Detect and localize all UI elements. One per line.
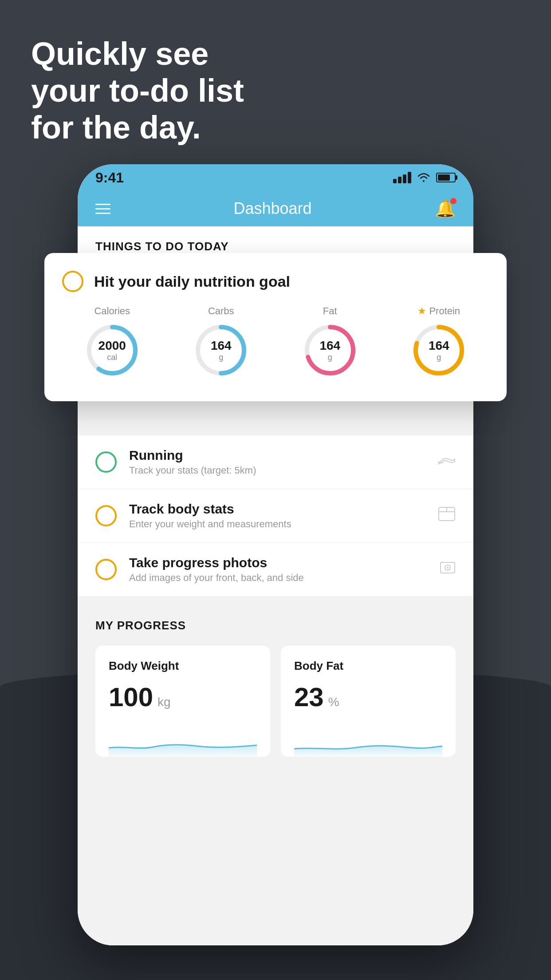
protein-label: Protein (429, 305, 460, 317)
fat-value: 164 (319, 339, 340, 353)
status-bar: 9:41 (78, 164, 473, 191)
progress-card-body-fat[interactable]: Body Fat 23 % (281, 646, 456, 757)
headline-line1: Quickly see (31, 36, 244, 72)
fat-label: Fat (323, 305, 337, 317)
body-weight-value: 100 (109, 682, 153, 712)
calories-value: 2000 (98, 339, 126, 353)
progress-title: MY PROGRESS (95, 619, 456, 632)
todo-item-body-stats[interactable]: Track body stats Enter your weight and m… (78, 489, 473, 543)
metric-fat: Fat 164 g (301, 305, 359, 379)
status-time: 9:41 (95, 170, 124, 186)
body-weight-title: Body Weight (109, 659, 257, 673)
protein-label-row: ★ Protein (417, 305, 460, 317)
todo-checkbox-body-stats[interactable] (95, 505, 117, 526)
shoe-icon (438, 453, 456, 471)
todo-checkbox-running[interactable] (95, 451, 117, 473)
carbs-label: Carbs (208, 305, 234, 317)
todo-checkbox-progress-photos[interactable] (95, 559, 117, 580)
protein-donut: 164 g (410, 321, 468, 379)
metric-calories: Calories 2000 cal (83, 305, 141, 379)
metric-carbs: Carbs 164 g (192, 305, 250, 379)
notification-button[interactable]: 🔔 (435, 199, 456, 218)
fat-donut: 164 g (301, 321, 359, 379)
calories-label: Calories (94, 305, 130, 317)
todo-subtitle-progress-photos: Add images of your front, back, and side (129, 572, 431, 584)
star-icon: ★ (417, 305, 426, 317)
body-fat-value: 23 (294, 682, 324, 712)
todo-title-progress-photos: Take progress photos (129, 555, 431, 570)
todo-text-body-stats: Track body stats Enter your weight and m… (129, 502, 429, 530)
todo-text-running: Running Track your stats (target: 5km) (129, 448, 429, 476)
todo-item-running[interactable]: Running Track your stats (target: 5km) (78, 435, 473, 489)
wifi-icon (417, 172, 431, 183)
nav-title: Dashboard (233, 199, 311, 218)
nutrition-card: Hit your daily nutrition goal Calories 2… (44, 253, 507, 401)
protein-unit: g (429, 353, 449, 362)
nutrition-metrics: Calories 2000 cal Carbs (62, 305, 489, 379)
notification-dot (450, 198, 457, 204)
todo-title-running: Running (129, 448, 429, 463)
progress-section: MY PROGRESS Body Weight 100 kg (78, 597, 473, 770)
todo-title-body-stats: Track body stats (129, 502, 429, 517)
signal-icon (393, 172, 411, 183)
svg-point-5 (447, 567, 449, 569)
calories-unit: cal (98, 353, 126, 362)
nutrition-checkbox[interactable] (62, 271, 83, 292)
nutrition-card-header: Hit your daily nutrition goal (62, 271, 489, 292)
fat-unit: g (319, 353, 340, 362)
body-weight-unit: kg (157, 695, 171, 709)
carbs-unit: g (211, 353, 232, 362)
photo-icon (440, 560, 456, 580)
todo-text-progress-photos: Take progress photos Add images of your … (129, 555, 431, 584)
scale-icon (438, 506, 456, 526)
protein-value: 164 (429, 339, 449, 353)
headline-line2: your to-do list (31, 72, 244, 109)
todo-item-progress-photos[interactable]: Take progress photos Add images of your … (78, 543, 473, 597)
nav-bar: Dashboard 🔔 (78, 191, 473, 226)
todo-list: Running Track your stats (target: 5km) T… (78, 435, 473, 597)
body-fat-title: Body Fat (294, 659, 442, 673)
status-icons (393, 172, 456, 183)
headline: Quickly see your to-do list for the day. (31, 36, 244, 146)
body-fat-unit: % (328, 695, 339, 709)
carbs-donut: 164 g (192, 321, 250, 379)
nutrition-card-title: Hit your daily nutrition goal (94, 273, 290, 290)
carbs-value: 164 (211, 339, 232, 353)
progress-card-body-weight[interactable]: Body Weight 100 kg (95, 646, 270, 757)
body-weight-value-row: 100 kg (109, 682, 257, 712)
things-to-do-title: THINGS TO DO TODAY (95, 240, 456, 253)
calories-donut: 2000 cal (83, 321, 141, 379)
body-fat-chart (294, 726, 442, 757)
body-weight-chart (109, 726, 257, 757)
headline-line3: for the day. (31, 109, 244, 146)
menu-button[interactable] (95, 204, 110, 214)
body-fat-value-row: 23 % (294, 682, 442, 712)
battery-icon (436, 173, 456, 182)
todo-subtitle-body-stats: Enter your weight and measurements (129, 518, 429, 530)
progress-cards: Body Weight 100 kg (95, 646, 456, 757)
todo-subtitle-running: Track your stats (target: 5km) (129, 465, 429, 476)
metric-protein: ★ Protein 164 g (410, 305, 468, 379)
